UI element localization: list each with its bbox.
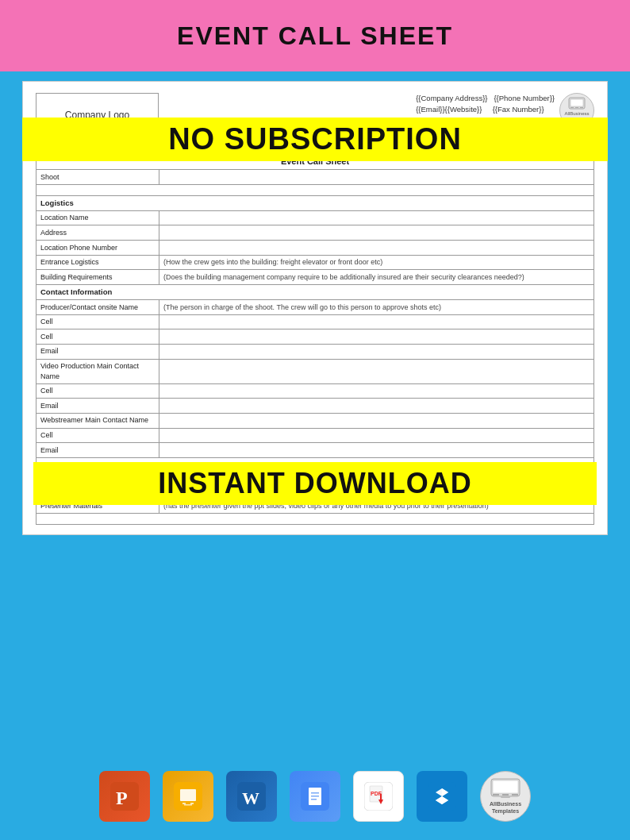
table-row: Email (36, 399, 594, 414)
table-row: Building Requirements (Does the building… (36, 270, 594, 285)
svg-rect-30 (493, 794, 499, 796)
svg-rect-11 (184, 804, 192, 806)
svg-rect-32 (512, 794, 518, 796)
table-row: Email (36, 344, 594, 359)
bottom-toolbar: P W PDF (0, 753, 630, 840)
svg-rect-3 (575, 107, 578, 108)
table-row: Address (36, 225, 594, 241)
svg-rect-29 (493, 780, 518, 793)
svg-rect-23 (380, 794, 382, 800)
table-row: Webstreamer Main Contact Name (36, 413, 594, 428)
no-subscription-overlay: NO SUBSCRIPTION (22, 118, 608, 161)
word-icon[interactable]: W (226, 771, 277, 822)
table-row: Contact Information (36, 284, 594, 299)
table-row: Location Phone Number (36, 241, 594, 256)
google-docs-icon[interactable] (290, 771, 340, 822)
dropbox-icon[interactable] (417, 771, 467, 822)
table-row: Cell (36, 428, 594, 443)
table-row: Email (36, 443, 594, 458)
google-slides-icon[interactable] (163, 771, 213, 822)
powerpoint-icon[interactable]: P (99, 771, 150, 822)
svg-rect-17 (311, 796, 319, 797)
svg-text:W: W (242, 788, 259, 808)
svg-rect-33 (501, 796, 510, 798)
table-row: Cell (36, 329, 594, 345)
svg-rect-16 (311, 792, 319, 794)
table-row: Entrance Logistics (How the crew gets in… (36, 255, 594, 270)
svg-rect-18 (311, 799, 317, 800)
svg-text:P: P (116, 788, 128, 808)
table-row: Cell (36, 314, 594, 329)
table-row (36, 514, 594, 525)
instant-download-overlay: INSTANT DOWNLOAD (33, 462, 597, 505)
svg-rect-10 (190, 803, 194, 804)
pdf-icon[interactable]: PDF (353, 771, 404, 822)
svg-rect-4 (580, 107, 583, 108)
instant-download-text: INSTANT DOWNLOAD (158, 467, 471, 499)
table-row: Location Name (36, 210, 594, 225)
svg-rect-1 (570, 99, 583, 106)
table-row: Shoot (36, 170, 594, 185)
svg-rect-31 (502, 794, 509, 796)
page-title: EVENT CALL SHEET (177, 21, 453, 51)
top-banner: EVENT CALL SHEET (0, 0, 630, 71)
table-row: Logistics (36, 195, 594, 210)
table-row: Video Production Main Contact Name (36, 359, 594, 383)
table-row: Producer/Contact onsite Name (The person… (36, 300, 594, 315)
table-row (36, 184, 594, 195)
allbusiness-templates-icon[interactable]: AllBusinessTemplates (480, 771, 531, 822)
no-subscription-text: NO SUBSCRIPTION (168, 122, 462, 156)
svg-rect-2 (570, 107, 574, 108)
svg-rect-9 (182, 803, 186, 804)
table-row: Cell (36, 383, 594, 399)
svg-rect-8 (180, 789, 196, 801)
